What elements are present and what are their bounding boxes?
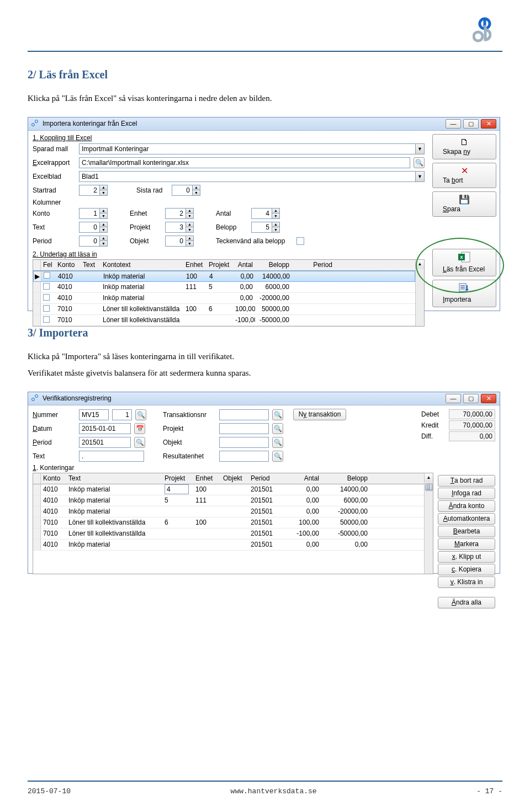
sparad-mall-combo[interactable]: Importmall Konteringar▼ [79, 143, 425, 154]
table-row[interactable]: 7010Löner till kollektivanställda201501-… [33, 528, 424, 539]
col-fel[interactable]: Fel [41, 260, 55, 269]
transaktionsnr-field[interactable] [219, 409, 269, 420]
skapa-ny-button[interactable]: 🗋 Skapa ny [432, 134, 496, 159]
window-title: Importera konteringar från Excel [43, 120, 137, 127]
col-belopp[interactable]: Belopp [255, 260, 292, 269]
period-label: Period [33, 237, 76, 245]
table-row[interactable]: 4010Inköp material41002015010,0014000,00 [33, 484, 424, 495]
side-button[interactable]: x. Klipp ut [438, 551, 495, 563]
grid-scrollbar[interactable]: ▲ [424, 473, 433, 574]
text-spinner[interactable]: 0▲▼ [79, 222, 108, 233]
objekt-spinner[interactable]: 0▲▼ [165, 236, 194, 247]
col-antal[interactable]: Antal [282, 474, 321, 483]
side-button[interactable]: Infoga rad [438, 488, 495, 499]
col-period[interactable]: Period [248, 474, 282, 483]
excelrapport-field[interactable]: C:\mallar\Importmall konteringar.xlsx [79, 157, 410, 168]
period-field[interactable]: 201501 [79, 437, 131, 448]
col-belopp[interactable]: Belopp [321, 474, 370, 483]
period-search-button[interactable]: 🔍 [134, 437, 145, 448]
resultatenhet-field[interactable] [219, 451, 269, 462]
table-row[interactable]: 4010Inköp material0,00-20000,00 [33, 293, 415, 304]
excelblad-combo[interactable]: Blad1▼ [79, 171, 425, 182]
table-row[interactable]: 7010Löner till kollektivanställda6100201… [33, 517, 424, 528]
table-row[interactable]: 7010Löner till kollektivanställda-100,00… [33, 315, 415, 326]
table-row[interactable]: 4010Inköp material2015010,000,00 [33, 539, 424, 551]
maximize-button[interactable]: ▢ [463, 394, 479, 403]
ny-transaktion-button[interactable]: Ny transaktion [293, 409, 346, 420]
close-button[interactable]: ✕ [481, 119, 496, 129]
verifikationsregistrering-window: Verifikationsregistrering — ▢ ✕ Nummer M… [28, 392, 500, 574]
teckenvand-checkbox[interactable] [296, 237, 304, 245]
col-projekt[interactable]: Projekt [206, 260, 233, 269]
side-button[interactable]: Automatkontera [438, 513, 495, 525]
browse-file-button[interactable]: 🔍 [414, 157, 425, 168]
side-button[interactable]: v. Klistra in [438, 576, 495, 588]
teckenvand-label: Teckenvänd alla belopp [216, 237, 293, 245]
nummer-seq-field[interactable]: 1 [112, 409, 132, 420]
col-objekt[interactable]: Objekt [221, 474, 248, 483]
chevron-down-icon[interactable]: ▼ [415, 144, 424, 154]
ta-bort-button[interactable]: ✕ Ta bort [432, 163, 496, 188]
col-enhet[interactable]: Enhet [183, 260, 206, 269]
side-button[interactable]: Ändra konto [438, 500, 495, 512]
col-antal[interactable]: Antal [233, 260, 255, 269]
belopp-label: Belopp [216, 223, 248, 231]
columns-config-icon[interactable] [425, 483, 433, 491]
col-text[interactable]: Text [81, 260, 100, 269]
chevron-down-icon[interactable]: ▼ [415, 172, 424, 181]
col-projekt[interactable]: Projekt [162, 474, 193, 483]
side-button[interactable]: Ta bort rad [438, 475, 495, 487]
side-button[interactable]: Bearbeta [438, 526, 495, 537]
datum-field[interactable]: 2015-01-01 [79, 423, 131, 434]
projekt-search-button[interactable]: 🔍 [272, 423, 283, 434]
svg-rect-5 [460, 285, 465, 286]
col-konto[interactable]: Konto [55, 260, 81, 269]
konteringar-grid[interactable]: Konto Text Projekt Enhet Objekt Period A… [33, 473, 433, 574]
projekt-field[interactable] [219, 423, 269, 434]
text-field[interactable]: . [79, 451, 144, 462]
las-fran-excel-button[interactable]: x Läs från Excel [432, 249, 496, 276]
underlag-grid[interactable]: Fel Konto Text Kontotext Enhet Projekt A… [33, 259, 425, 327]
side-button[interactable]: Markera [438, 538, 495, 550]
side-button[interactable]: c. Kopiera [438, 564, 495, 575]
antal-label: Antal [216, 210, 248, 217]
projekt-spinner[interactable]: 3▲▼ [165, 222, 194, 233]
resultatenhet-search-button[interactable]: 🔍 [272, 451, 283, 462]
maximize-button[interactable]: ▢ [463, 119, 479, 129]
minimize-button[interactable]: — [446, 394, 461, 403]
spara-button[interactable]: 💾 Spara [432, 191, 496, 217]
datum-picker-button[interactable]: 📅 [134, 423, 145, 434]
antal-spinner[interactable]: 4▲▼ [251, 208, 280, 219]
col-kontotext[interactable]: Kontotext [100, 260, 183, 269]
importera-button[interactable]: Importera [432, 280, 496, 307]
table-row[interactable]: 4010Inköp material51112015010,006000,00 [33, 495, 424, 506]
grid-scrollbar[interactable]: ▲ [415, 260, 424, 326]
side-button[interactable]: Ändra alla [438, 597, 495, 608]
objekt-label: Objekt [163, 439, 216, 446]
close-button[interactable]: ✕ [481, 394, 496, 403]
period-spinner[interactable]: 0▲▼ [79, 236, 108, 247]
col-konto[interactable]: Konto [41, 474, 66, 483]
col-enhet[interactable]: Enhet [193, 474, 221, 483]
table-row[interactable]: ▶4010Inköp material10040,0014000,00 [33, 271, 415, 282]
col-period[interactable]: Period [292, 260, 335, 269]
nummer-search-button[interactable]: 🔍 [135, 409, 146, 420]
enhet-spinner[interactable]: 2▲▼ [165, 208, 194, 219]
excelblad-label: Excelblad [33, 173, 76, 180]
objekt-field[interactable] [219, 437, 269, 448]
minimize-button[interactable]: — [446, 119, 461, 129]
nummer-series-field[interactable]: MV15 [79, 409, 109, 420]
sistarad-spinner[interactable]: 0▲▼ [172, 185, 200, 196]
table-row[interactable]: 4010Inköp material11150,006000,00 [33, 282, 415, 293]
col-text[interactable]: Text [66, 474, 162, 483]
company-logo [473, 17, 491, 45]
startrad-spinner[interactable]: 2▲▼ [79, 185, 108, 196]
objekt-search-button[interactable]: 🔍 [272, 437, 283, 448]
table-row[interactable]: 4010Inköp material2015010,00-20000,00 [33, 506, 424, 517]
belopp-spinner[interactable]: 5▲▼ [251, 222, 280, 233]
page-footer: 2015-07-10 www.hantverksdata.se - 17 - [28, 781, 502, 795]
header-rule [28, 51, 502, 52]
konto-spinner[interactable]: 1▲▼ [79, 208, 108, 219]
transaktionsnr-search-button[interactable]: 🔍 [272, 409, 283, 420]
table-row[interactable]: 7010Löner till kollektivanställda1006100… [33, 304, 415, 315]
